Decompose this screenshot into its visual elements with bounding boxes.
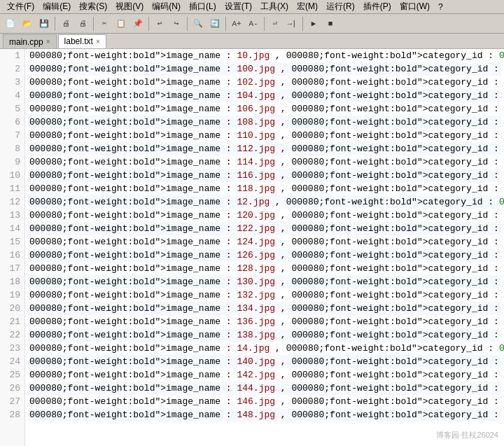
code-line-26: 000080;font-weight:bold">image_name : 14… bbox=[28, 382, 501, 395]
menu-item-p[interactable]: 插件(P) bbox=[359, 1, 396, 13]
line-number-6: 6 bbox=[4, 116, 20, 129]
line-number-13: 13 bbox=[4, 209, 20, 222]
line-number-24: 24 bbox=[4, 355, 20, 368]
sep4 bbox=[187, 17, 188, 31]
code-line-12: 000080;font-weight:bold">image_name : 12… bbox=[28, 195, 501, 209]
code-line-11: 000080;font-weight:bold">image_name : 11… bbox=[28, 182, 501, 195]
open-btn[interactable]: 📂 bbox=[20, 16, 35, 32]
stop-btn[interactable]: ■ bbox=[323, 16, 338, 32]
menu-bar: 文件(F)编辑(E)搜索(S)视图(V)编码(N)插口(L)设置(T)工具(X)… bbox=[0, 0, 504, 14]
sep2 bbox=[93, 17, 94, 31]
tab-label-txt-label: label.txt bbox=[64, 36, 93, 46]
menu-item-f[interactable]: 文件(F) bbox=[3, 1, 38, 13]
save-btn[interactable]: 💾 bbox=[36, 16, 52, 32]
code-line-19: 000080;font-weight:bold">image_name : 13… bbox=[28, 288, 501, 302]
tab-main-cpp[interactable]: main.cpp × bbox=[3, 34, 57, 48]
wrap-btn[interactable]: ⏎ bbox=[267, 16, 283, 32]
code-line-18: 000080;font-weight:bold">image_name : 13… bbox=[28, 275, 501, 288]
sep5 bbox=[225, 17, 226, 31]
line-number-22: 22 bbox=[4, 328, 20, 342]
line-number-11: 11 bbox=[4, 182, 20, 195]
menu-item-v[interactable]: 视图(V) bbox=[111, 1, 148, 13]
print2-btn[interactable]: 🖨 bbox=[75, 16, 90, 32]
code-line-25: 000080;font-weight:bold">image_name : 14… bbox=[28, 368, 501, 382]
line-number-19: 19 bbox=[4, 288, 20, 302]
line-number-23: 23 bbox=[4, 342, 20, 355]
paste-btn[interactable]: 📌 bbox=[130, 16, 146, 32]
code-line-22: 000080;font-weight:bold">image_name : 13… bbox=[28, 328, 501, 342]
tab-label-txt-close[interactable]: × bbox=[96, 38, 100, 46]
tab-main-cpp-close[interactable]: × bbox=[46, 38, 50, 46]
menu-item-w[interactable]: 窗口(W) bbox=[396, 1, 434, 13]
tab-bar: main.cpp × label.txt × bbox=[0, 34, 504, 49]
zoom-out-btn[interactable]: A- bbox=[246, 16, 261, 32]
menu-item-t[interactable]: 设置(T) bbox=[220, 1, 256, 13]
line-number-8: 8 bbox=[4, 142, 20, 155]
line-number-18: 18 bbox=[4, 275, 20, 288]
line-number-17: 17 bbox=[4, 262, 20, 275]
menu-item-l[interactable]: 插口(L) bbox=[185, 1, 220, 13]
line-number-10: 10 bbox=[4, 169, 20, 182]
replace-btn[interactable]: 🔄 bbox=[207, 16, 223, 32]
line-number-14: 14 bbox=[4, 222, 20, 235]
line-number-5: 5 bbox=[4, 102, 20, 116]
code-line-2: 000080;font-weight:bold">image_name : 10… bbox=[28, 62, 501, 76]
menu-item-m[interactable]: 宏(M) bbox=[293, 1, 322, 13]
code-line-4: 000080;font-weight:bold">image_name : 10… bbox=[28, 89, 501, 102]
code-line-28: 000080;font-weight:bold">image_name : 14… bbox=[28, 408, 501, 421]
code-line-24: 000080;font-weight:bold">image_name : 14… bbox=[28, 355, 501, 368]
zoom-in-btn[interactable]: A+ bbox=[229, 16, 244, 32]
code-line-17: 000080;font-weight:bold">image_name : 12… bbox=[28, 262, 501, 275]
undo-btn[interactable]: ↩ bbox=[152, 16, 167, 32]
code-line-9: 000080;font-weight:bold">image_name : 11… bbox=[28, 155, 501, 169]
line-number-7: 7 bbox=[4, 129, 20, 142]
sep3 bbox=[148, 17, 149, 31]
code-line-16: 000080;font-weight:bold">image_name : 12… bbox=[28, 249, 501, 262]
code-line-7: 000080;font-weight:bold">image_name : 11… bbox=[28, 129, 501, 142]
line-number-25: 25 bbox=[4, 368, 20, 382]
tab-main-cpp-label: main.cpp bbox=[9, 37, 43, 47]
line-number-15: 15 bbox=[4, 235, 20, 249]
line-number-28: 28 bbox=[4, 408, 20, 421]
menu-item-r[interactable]: 运行(R) bbox=[322, 1, 359, 13]
code-line-8: 000080;font-weight:bold">image_name : 11… bbox=[28, 142, 501, 155]
sep6 bbox=[264, 17, 265, 31]
code-line-27: 000080;font-weight:bold">image_name : 14… bbox=[28, 395, 501, 408]
line-number-27: 27 bbox=[4, 395, 20, 408]
redo-btn[interactable]: ↪ bbox=[169, 16, 184, 32]
print-btn[interactable]: 🖨 bbox=[58, 16, 74, 32]
menu-item-[interactable]: ? bbox=[434, 2, 447, 12]
code-line-23: 000080;font-weight:bold">image_name : 14… bbox=[28, 342, 501, 355]
new-btn[interactable]: 📄 bbox=[3, 16, 18, 32]
code-content[interactable]: 000080;font-weight:bold">image_name : 10… bbox=[25, 49, 504, 446]
code-line-20: 000080;font-weight:bold">image_name : 13… bbox=[28, 302, 501, 315]
copy-btn[interactable]: 📋 bbox=[113, 16, 129, 32]
cut-btn[interactable]: ✂ bbox=[97, 16, 112, 32]
line-number-2: 2 bbox=[4, 62, 20, 76]
code-line-10: 000080;font-weight:bold">image_name : 11… bbox=[28, 169, 501, 182]
code-line-6: 000080;font-weight:bold">image_name : 10… bbox=[28, 116, 501, 129]
menu-item-x[interactable]: 工具(X) bbox=[256, 1, 293, 13]
menu-item-n[interactable]: 编码(N) bbox=[148, 1, 185, 13]
menu-item-s[interactable]: 搜索(S) bbox=[75, 1, 111, 13]
code-line-21: 000080;font-weight:bold">image_name : 13… bbox=[28, 315, 501, 328]
code-line-13: 000080;font-weight:bold">image_name : 12… bbox=[28, 209, 501, 222]
toolbar: 📄 📂 💾 🖨 🖨 ✂ 📋 📌 ↩ ↪ 🔍 🔄 A+ A- ⏎ →| ▶ ■ bbox=[0, 14, 504, 34]
tab-label-txt[interactable]: label.txt × bbox=[58, 34, 106, 48]
code-line-14: 000080;font-weight:bold">image_name : 12… bbox=[28, 222, 501, 235]
line-number-20: 20 bbox=[4, 302, 20, 315]
line-number-3: 3 bbox=[4, 76, 20, 89]
editor-container: 1234567891011121314151617181920212223242… bbox=[0, 49, 504, 446]
indent-btn[interactable]: →| bbox=[284, 16, 300, 32]
line-number-26: 26 bbox=[4, 382, 20, 395]
line-number-21: 21 bbox=[4, 315, 20, 328]
line-number-12: 12 bbox=[4, 195, 20, 209]
code-line-1: 000080;font-weight:bold">image_name : 10… bbox=[28, 49, 501, 62]
code-line-5: 000080;font-weight:bold">image_name : 10… bbox=[28, 102, 501, 116]
line-number-9: 9 bbox=[4, 155, 20, 169]
find-btn[interactable]: 🔍 bbox=[190, 16, 206, 32]
run-btn[interactable]: ▶ bbox=[306, 16, 321, 32]
line-number-16: 16 bbox=[4, 249, 20, 262]
line-numbers: 1234567891011121314151617181920212223242… bbox=[0, 49, 25, 446]
menu-item-e[interactable]: 编辑(E) bbox=[38, 1, 75, 13]
